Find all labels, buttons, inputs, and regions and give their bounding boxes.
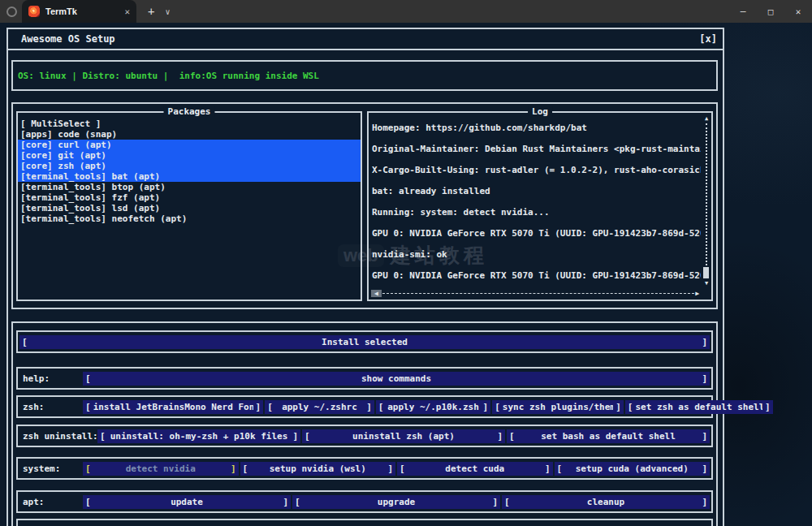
new-tab-button[interactable]: + bbox=[148, 5, 154, 18]
log-line: Running: system: detect nvidia... bbox=[372, 202, 701, 223]
zsh-uninstall-row: zsh uninstall: [uninstall: oh-my-zsh + p… bbox=[16, 425, 713, 447]
ttk-close-button[interactable]: [x] bbox=[699, 33, 717, 45]
install-selected-button[interactable]: [ Install selected ] bbox=[19, 335, 710, 349]
package-row[interactable]: [apps] code (snap) bbox=[18, 129, 361, 140]
package-row[interactable]: [terminal_tools] btop (apt) bbox=[18, 182, 361, 192]
terminal-viewport: Awesome OS Setup [x] OS: linux | Distro:… bbox=[0, 23, 812, 526]
ttk-window-titlebar[interactable]: Awesome OS Setup [x] bbox=[8, 29, 723, 50]
screen: TermTk ✕ + ∨ ─ □ ✕ Awesome OS Setup [x] … bbox=[0, 0, 812, 526]
detect-cuda-button[interactable]: [detect cuda] bbox=[397, 462, 553, 476]
package-row[interactable]: [terminal_tools] bat (apt) bbox=[18, 171, 361, 182]
os-info-text: OS: linux | Distro: ubuntu | info:OS run… bbox=[18, 71, 319, 81]
scrollbar-thumb[interactable] bbox=[703, 267, 709, 278]
zsh-install-font-button[interactable]: [install JetBrainsMono Nerd Font] bbox=[83, 400, 263, 414]
window-controls: ─ □ ✕ bbox=[729, 0, 812, 23]
log-line: nvidia-smi: ok bbox=[372, 244, 701, 265]
log-panel-title: Log bbox=[528, 106, 552, 117]
panels-frame: Packages [ MultiSelect ] [apps] code (sn… bbox=[11, 102, 718, 309]
system-row-label: system: bbox=[18, 463, 81, 474]
zsh-row: zsh: [install JetBrainsMono Nerd Font] [… bbox=[16, 395, 713, 418]
minimize-button[interactable]: ─ bbox=[729, 0, 757, 23]
scrollbar-track[interactable] bbox=[382, 293, 694, 294]
scroll-left-icon[interactable]: ◀ bbox=[374, 290, 378, 297]
detect-nvidia-button[interactable]: [detect nvidia] bbox=[83, 462, 239, 476]
log-line: Original-Maintainer: Debian Rust Maintai… bbox=[372, 139, 701, 160]
termtk-app-icon bbox=[28, 6, 40, 17]
os-info-box: OS: linux | Distro: ubuntu | info:OS run… bbox=[11, 60, 718, 91]
zsh-uninstall-files-button[interactable]: [uninstall: oh-my-zsh + p10k files] bbox=[97, 429, 300, 443]
package-row[interactable]: [core] zsh (apt) bbox=[18, 161, 361, 171]
install-row: [ Install selected ] bbox=[16, 330, 713, 353]
package-row[interactable]: [core] curl (apt) bbox=[18, 140, 361, 150]
close-button[interactable]: ✕ bbox=[784, 0, 812, 23]
tab-termtk[interactable]: TermTk ✕ bbox=[22, 0, 136, 23]
actions-frame: [ Install selected ] help: [ show comman… bbox=[11, 321, 718, 526]
package-row[interactable]: [core] git (apt) bbox=[18, 150, 361, 161]
tab-title: TermTk bbox=[45, 6, 124, 16]
apt-row-label: apt: bbox=[18, 497, 81, 507]
tab-close-icon[interactable]: ✕ bbox=[124, 6, 130, 17]
maximize-button[interactable]: □ bbox=[757, 0, 784, 23]
multiselect-header[interactable]: [ MultiSelect ] bbox=[18, 119, 361, 129]
package-row[interactable]: [terminal_tools] lsd (apt) bbox=[18, 203, 361, 213]
scrollbar-track[interactable] bbox=[706, 123, 707, 278]
help-row: help: [ show commands ] bbox=[16, 367, 713, 390]
packages-list[interactable]: [ MultiSelect ] [apps] code (snap) [core… bbox=[18, 113, 361, 300]
terminal-logo-icon bbox=[6, 6, 17, 17]
package-row[interactable]: [terminal_tools] neofetch (apt) bbox=[18, 213, 361, 224]
log-vertical-scrollbar[interactable]: ▲ ▼ bbox=[702, 115, 710, 287]
packages-panel: Packages [ MultiSelect ] [apps] code (sn… bbox=[16, 111, 362, 301]
log-line: bat: already installed bbox=[372, 181, 701, 202]
page-title: Awesome OS Setup bbox=[21, 33, 115, 45]
zsh-uninstall-row-label: zsh uninstall: bbox=[18, 431, 96, 442]
log-line: GPU 0: NVIDIA GeForce RTX 5070 Ti (UUID:… bbox=[372, 265, 701, 283]
zsh-uninstall-apt-button[interactable]: [uninstall zsh (apt)] bbox=[302, 429, 505, 443]
log-horizontal-scrollbar[interactable]: ◀ ▶ bbox=[371, 289, 699, 298]
apt-upgrade-button[interactable]: [upgrade] bbox=[292, 495, 500, 509]
terminal-tab-bar: TermTk ✕ + ∨ ─ □ ✕ bbox=[0, 0, 812, 23]
log-output: Homepage: https://github.com/sharkdp/bat… bbox=[372, 118, 701, 283]
zsh-apply-zshrc-button[interactable]: [apply ~/.zshrc] bbox=[265, 400, 374, 414]
log-line: X-Cargo-Built-Using: rust-adler (= 1.0.2… bbox=[372, 160, 701, 181]
ttk-window-body: OS: linux | Distro: ubuntu | info:OS run… bbox=[8, 52, 723, 526]
setup-cuda-advanced-button[interactable]: [setup cuda (advanced)] bbox=[555, 462, 710, 476]
apt-row: apt: [update] [upgrade] [cleanup] bbox=[16, 490, 713, 513]
system-row: system: [detect nvidia] [setup nvidia (w… bbox=[16, 457, 713, 480]
apt-update-button[interactable]: [update] bbox=[83, 495, 291, 509]
scrollbar-thumb[interactable]: ◀ bbox=[371, 290, 382, 297]
scroll-right-icon[interactable]: ▶ bbox=[695, 290, 699, 297]
next-row-partial bbox=[16, 519, 713, 526]
zsh-row-label: zsh: bbox=[18, 402, 81, 412]
log-line: GPU 0: NVIDIA GeForce RTX 5070 Ti (UUID:… bbox=[372, 223, 701, 244]
scroll-down-icon[interactable]: ▼ bbox=[702, 280, 710, 287]
zsh-sync-plugins-button[interactable]: [sync zsh plugins/theme] bbox=[492, 400, 624, 414]
setup-nvidia-wsl-button[interactable]: [setup nvidia (wsl)] bbox=[240, 462, 396, 476]
show-commands-button[interactable]: [ show commands ] bbox=[83, 372, 710, 386]
scroll-up-icon[interactable]: ▲ bbox=[702, 115, 710, 122]
awesome-os-setup-window: Awesome OS Setup [x] OS: linux | Distro:… bbox=[6, 28, 724, 526]
zsh-default-shell-button[interactable]: [set zsh as default shell] bbox=[625, 400, 773, 414]
log-line: Homepage: https://github.com/sharkdp/bat bbox=[372, 118, 701, 139]
zsh-apply-p10k-button[interactable]: [apply ~/.p10k.zsh] bbox=[376, 400, 490, 414]
help-row-label: help: bbox=[18, 373, 81, 384]
log-panel: Log Homepage: https://github.com/sharkdp… bbox=[367, 111, 713, 301]
apt-cleanup-button[interactable]: [cleanup] bbox=[502, 495, 710, 509]
package-row[interactable]: [terminal_tools] fzf (apt) bbox=[18, 192, 361, 203]
tab-dropdown-icon[interactable]: ∨ bbox=[165, 7, 170, 16]
set-bash-default-button[interactable]: [set bash as default shell] bbox=[507, 429, 710, 443]
